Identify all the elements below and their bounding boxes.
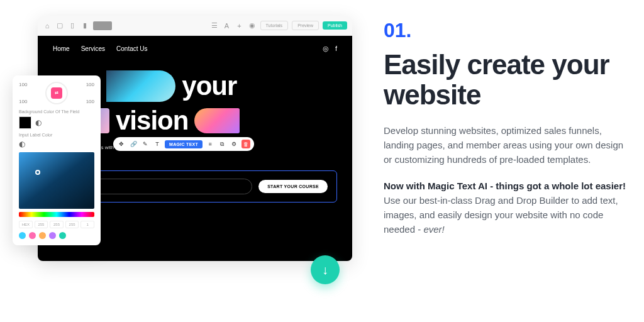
instagram-icon[interactable]: ◎ xyxy=(323,45,329,53)
eyedropper-icon-2[interactable]: ◐ xyxy=(19,140,25,148)
headline: Easily create your website xyxy=(384,50,631,111)
step-number: 01. xyxy=(384,19,631,42)
site-nav: Home Services Contact Us ◎ f xyxy=(53,45,337,53)
color-g[interactable]: 255 xyxy=(50,221,64,228)
url-bar[interactable] xyxy=(93,21,112,30)
layers-icon[interactable]: ☰ xyxy=(210,21,219,30)
color-a[interactable]: 1 xyxy=(80,221,94,228)
add-icon[interactable]: + xyxy=(235,21,244,30)
palette-swatch[interactable] xyxy=(19,232,26,239)
nav-home[interactable]: Home xyxy=(53,45,70,52)
color-r[interactable]: 255 xyxy=(35,221,48,228)
scroll-down-button[interactable]: ↓ xyxy=(311,255,340,284)
tutorials-button[interactable]: Tutorials xyxy=(260,21,289,30)
color-cursor[interactable] xyxy=(35,170,40,175)
home-icon[interactable]: ⌂ xyxy=(43,21,52,30)
link-icon[interactable]: 🔗 xyxy=(129,140,138,148)
radius-preview: ⇄ xyxy=(45,82,68,104)
start-course-button[interactable]: START YOUR COURSE xyxy=(258,180,328,193)
hue-slider[interactable] xyxy=(19,212,94,217)
preview-button[interactable]: Preview xyxy=(292,21,319,30)
arrow-down-icon: ↓ xyxy=(322,263,328,277)
marketing-copy: 01. Easily create your website Develop s… xyxy=(377,0,644,322)
editor-toolbar: ⌂ ▢ ▯ ▮ ☰ A + ◉ Tutorials Preview Publis… xyxy=(38,16,352,36)
text-icon[interactable]: A xyxy=(223,21,231,30)
hero-word-3[interactable]: vision xyxy=(116,106,188,136)
bg-color-swatch[interactable] xyxy=(19,116,31,129)
description-1: Develop stunning websites, optimized sal… xyxy=(384,123,631,167)
mobile-icon[interactable]: ▮ xyxy=(80,21,89,30)
gradient-shape-1[interactable] xyxy=(106,70,175,102)
description-2: Now with Magic Text AI - things got a wh… xyxy=(384,179,631,237)
corner-radius-tr[interactable]: 100 xyxy=(86,82,94,87)
copy-icon[interactable]: ⧉ xyxy=(218,140,226,148)
palette-swatch[interactable] xyxy=(49,232,56,239)
settings-icon[interactable]: ⚙ xyxy=(230,140,238,148)
color-saturation-area[interactable] xyxy=(19,152,94,209)
input-color-label: Input Label Color xyxy=(19,133,94,137)
corner-radius-tl[interactable]: 100 xyxy=(19,82,27,87)
eye-icon[interactable]: ◉ xyxy=(248,21,257,30)
element-edit-toolbar: ✥ 🔗 ✎ T MAGIC TEXT ≡ ⧉ ⚙ 🗑 xyxy=(113,137,254,151)
palette-swatch[interactable] xyxy=(59,232,66,239)
color-b[interactable]: 255 xyxy=(65,221,79,228)
delete-icon[interactable]: 🗑 xyxy=(242,140,250,148)
bg-color-label: Background Color Of The Field xyxy=(19,109,94,114)
color-picker-panel: 100 100 ⇄ 100 100 Background Color Of Th… xyxy=(13,75,101,245)
corner-radius-br[interactable]: 100 xyxy=(86,99,94,104)
palette-row xyxy=(19,232,94,239)
link-corners-icon[interactable]: ⇄ xyxy=(51,87,62,99)
palette-swatch[interactable] xyxy=(39,232,46,239)
magic-text-button[interactable]: MAGIC TEXT xyxy=(165,140,203,148)
hero-word-2[interactable]: your xyxy=(182,71,236,101)
desktop-icon[interactable]: ▢ xyxy=(55,21,64,30)
nav-services[interactable]: Services xyxy=(81,45,105,52)
move-icon[interactable]: ✥ xyxy=(117,140,126,148)
palette-swatch[interactable] xyxy=(29,232,36,239)
brush-icon[interactable]: ✎ xyxy=(141,140,150,148)
gradient-shape-3[interactable] xyxy=(194,108,240,133)
facebook-icon[interactable]: f xyxy=(335,45,337,53)
align-icon[interactable]: ≡ xyxy=(206,140,214,148)
color-mode[interactable]: HEX xyxy=(19,221,33,228)
publish-button[interactable]: Publish xyxy=(323,21,347,30)
color-value-row: HEX 255 255 255 1 xyxy=(19,221,94,228)
tablet-icon[interactable]: ▯ xyxy=(68,21,77,30)
corner-radius-bl[interactable]: 100 xyxy=(19,99,27,104)
eyedropper-icon[interactable]: ◐ xyxy=(35,118,42,127)
nav-contact[interactable]: Contact Us xyxy=(116,45,147,52)
type-icon[interactable]: T xyxy=(153,140,162,148)
